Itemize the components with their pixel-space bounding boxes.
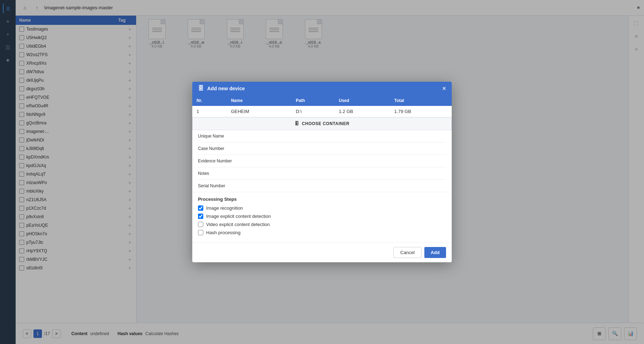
col-used: Used xyxy=(334,95,390,106)
container-icon: 🗄 xyxy=(295,121,299,126)
dialog-footer: Cancel Add xyxy=(192,242,452,262)
cell-nr: 1 xyxy=(192,106,227,117)
table-row[interactable]: 1 GEHEIM D:\ 1.2 GB 1.79 GB xyxy=(192,106,452,117)
processing-checkbox-2[interactable] xyxy=(198,222,203,227)
processing-checkbox-0[interactable] xyxy=(198,205,203,211)
unique-name-row: Unique Name xyxy=(198,130,446,143)
case-number-input[interactable] xyxy=(248,143,446,154)
modal-overlay: 🗄 Add new device × Nr. Name Path Used To… xyxy=(0,0,644,344)
choose-container-button[interactable]: 🗄 CHOOSE CONTAINER xyxy=(192,117,452,130)
cell-path: D:\ xyxy=(291,106,334,117)
processing-step-3[interactable]: Hash processing xyxy=(198,230,446,235)
processing-checkbox-3[interactable] xyxy=(198,230,203,235)
case-number-label: Case Number xyxy=(198,143,248,155)
notes-label: Notes xyxy=(198,167,248,179)
unique-name-label: Unique Name xyxy=(198,130,248,142)
form-section: Unique Name Case Number Evidence Number … xyxy=(192,130,452,192)
notes-row: Notes xyxy=(198,167,446,180)
choose-container-label: CHOOSE CONTAINER xyxy=(302,121,349,126)
device-table: Nr. Name Path Used Total 1 GEHEIM D:\ 1.… xyxy=(192,95,452,117)
device-table-container: Nr. Name Path Used Total 1 GEHEIM D:\ 1.… xyxy=(192,95,452,117)
processing-checkbox-1[interactable] xyxy=(198,214,203,219)
col-path: Path xyxy=(291,95,334,106)
cell-name: GEHEIM xyxy=(227,106,291,117)
processing-step-label: Hash processing xyxy=(206,230,241,235)
device-table-body: 1 GEHEIM D:\ 1.2 GB 1.79 GB xyxy=(192,106,452,117)
processing-step-1[interactable]: Image explicit content detection xyxy=(198,214,446,219)
dialog-title: Add new device xyxy=(207,86,245,91)
processing-steps-title: Processing Steps xyxy=(198,197,446,202)
cell-total: 1.79 GB xyxy=(390,106,452,117)
processing-section: Processing Steps Image recognitionImage … xyxy=(192,192,452,242)
processing-step-label: Video explicit content detection xyxy=(206,222,270,227)
processing-checkboxes-container: Image recognitionImage explicit content … xyxy=(198,205,446,235)
col-total: Total xyxy=(390,95,452,106)
processing-step-label: Image explicit content detection xyxy=(206,214,271,219)
add-button[interactable]: Add xyxy=(424,247,446,258)
evidence-number-row: Evidence Number xyxy=(198,155,446,167)
add-device-dialog: 🗄 Add new device × Nr. Name Path Used To… xyxy=(192,82,452,262)
notes-input[interactable] xyxy=(248,168,446,179)
evidence-number-input[interactable] xyxy=(248,156,446,167)
case-number-row: Case Number xyxy=(198,143,446,155)
processing-step-0[interactable]: Image recognition xyxy=(198,205,446,211)
serial-number-row: Serial Number xyxy=(198,180,446,192)
cell-used: 1.2 GB xyxy=(334,106,390,117)
evidence-number-label: Evidence Number xyxy=(198,155,248,167)
serial-number-label: Serial Number xyxy=(198,180,248,192)
cancel-button[interactable]: Cancel xyxy=(393,247,421,258)
col-name: Name xyxy=(227,95,291,106)
processing-step-label: Image recognition xyxy=(206,205,243,211)
dialog-close-button[interactable]: × xyxy=(442,85,446,92)
serial-number-input[interactable] xyxy=(248,181,446,192)
dialog-header: 🗄 Add new device × xyxy=(192,82,452,95)
col-nr: Nr. xyxy=(192,95,227,106)
unique-name-input[interactable] xyxy=(248,131,446,142)
dialog-icon: 🗄 xyxy=(198,85,204,92)
processing-step-2[interactable]: Video explicit content detection xyxy=(198,222,446,227)
